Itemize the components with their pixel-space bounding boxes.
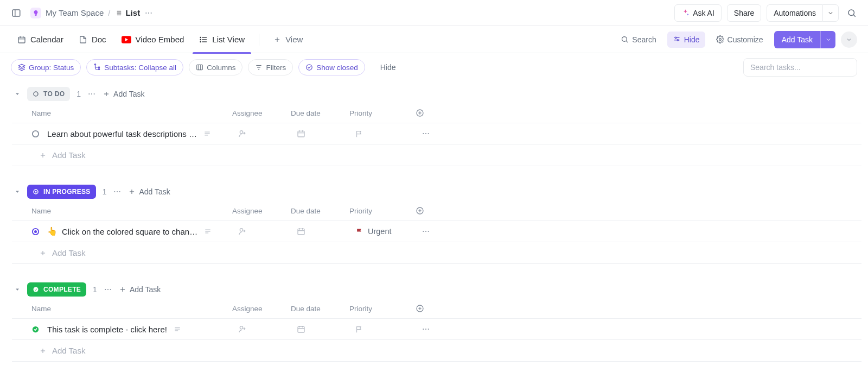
- tab-doc[interactable]: Doc: [72, 26, 113, 53]
- global-search-icon[interactable]: [844, 5, 859, 21]
- svg-point-67: [425, 133, 426, 134]
- task-status-icon[interactable]: [31, 228, 40, 236]
- caret-icon[interactable]: [14, 91, 21, 97]
- task-name[interactable]: Learn about powerful task descriptions …: [47, 129, 238, 138]
- breadcrumb-current[interactable]: List: [114, 8, 140, 17]
- add-task-button[interactable]: Add Task: [774, 31, 820, 48]
- col-assignee[interactable]: Assignee: [232, 109, 291, 117]
- task-status-icon[interactable]: [31, 130, 40, 138]
- customize-chip-label: Customize: [727, 35, 763, 44]
- breadcrumb-space[interactable]: My Team Space: [46, 8, 104, 17]
- caret-icon[interactable]: [14, 188, 21, 195]
- status-pill-inprogress[interactable]: IN PROGRESS: [27, 185, 96, 199]
- svg-point-102: [107, 289, 108, 290]
- show-closed-pill[interactable]: Show closed: [298, 59, 365, 75]
- share-button[interactable]: Share: [727, 4, 761, 22]
- task-row[interactable]: 👆 Click on the colored square to chan… U…: [12, 220, 861, 242]
- svg-rect-90: [298, 229, 304, 235]
- assignee-cell[interactable]: [238, 129, 297, 138]
- row-more-icon[interactable]: [422, 129, 443, 138]
- list-icon: [114, 9, 122, 17]
- add-task-row[interactable]: Add Task: [12, 340, 861, 362]
- task-name[interactable]: 👆 Click on the colored square to chan…: [47, 226, 238, 236]
- col-priority[interactable]: Priority: [349, 109, 416, 117]
- automations-caret-button[interactable]: [822, 4, 839, 22]
- col-priority[interactable]: Priority: [349, 305, 416, 313]
- breadcrumb-more-icon[interactable]: [144, 9, 153, 17]
- tab-calendar[interactable]: Calendar: [11, 26, 70, 53]
- due-date-cell[interactable]: [297, 129, 355, 138]
- more-circle-button[interactable]: [841, 32, 857, 48]
- col-due[interactable]: Due date: [291, 305, 349, 313]
- add-view-button[interactable]: View: [267, 26, 309, 53]
- group-inprogress: IN PROGRESS 1 Add Task Name Assignee Due…: [12, 181, 861, 264]
- add-column-button[interactable]: [416, 304, 437, 313]
- due-date-cell[interactable]: [297, 227, 355, 236]
- col-due[interactable]: Due date: [291, 207, 349, 215]
- add-task-inline[interactable]: Add Task: [119, 285, 161, 294]
- svg-point-73: [35, 191, 37, 193]
- add-task-inline[interactable]: Add Task: [128, 187, 170, 196]
- due-date-cell[interactable]: [297, 325, 355, 333]
- task-row[interactable]: This task is complete - click here!: [12, 318, 861, 340]
- priority-cell[interactable]: [355, 325, 422, 333]
- add-task-inline[interactable]: Add Task: [103, 90, 144, 98]
- group-more-icon[interactable]: [113, 187, 122, 196]
- hide-chip[interactable]: Hide: [667, 32, 705, 48]
- description-icon[interactable]: [174, 325, 181, 333]
- add-task-row[interactable]: Add Task: [12, 144, 861, 166]
- tab-video-label: Video Embed: [136, 35, 184, 44]
- col-assignee[interactable]: Assignee: [232, 305, 291, 313]
- assignee-add-icon: [238, 325, 247, 333]
- group-more-icon[interactable]: [87, 90, 96, 98]
- add-task-caret-button[interactable]: [820, 31, 835, 48]
- col-assignee[interactable]: Assignee: [232, 207, 291, 215]
- col-priority[interactable]: Priority: [349, 207, 416, 215]
- task-row[interactable]: Learn about powerful task descriptions …: [12, 123, 861, 144]
- svg-point-44: [307, 65, 312, 71]
- description-icon[interactable]: [203, 130, 211, 137]
- group-pill[interactable]: Group: Status: [11, 59, 81, 75]
- task-status-icon[interactable]: [31, 325, 40, 333]
- priority-cell[interactable]: [355, 130, 422, 138]
- caret-icon[interactable]: [14, 286, 21, 293]
- description-icon[interactable]: [204, 228, 212, 235]
- add-task-row-label: Add Task: [52, 150, 85, 160]
- subtasks-pill[interactable]: Subtasks: Collapse all: [86, 59, 183, 75]
- svg-point-36: [99, 67, 100, 68]
- breadcrumb: My Team Space / List: [30, 8, 153, 18]
- add-task-inline-label: Add Task: [130, 285, 161, 294]
- columns-pill[interactable]: Columns: [189, 59, 242, 75]
- svg-point-37: [99, 68, 100, 70]
- priority-cell[interactable]: Urgent: [355, 227, 422, 236]
- sidebar-toggle-icon[interactable]: [9, 5, 24, 21]
- search-chip[interactable]: Search: [615, 32, 661, 48]
- add-column-button[interactable]: [416, 206, 437, 215]
- add-task-row[interactable]: Add Task: [12, 242, 861, 264]
- svg-marker-45: [16, 93, 19, 96]
- customize-chip[interactable]: Customize: [711, 32, 769, 48]
- filters-pill[interactable]: Filters: [248, 59, 293, 75]
- col-name[interactable]: Name: [31, 109, 232, 117]
- hide-link[interactable]: Hide: [376, 63, 400, 72]
- tab-list-view[interactable]: List View: [193, 26, 251, 53]
- add-column-button[interactable]: [416, 109, 437, 117]
- row-more-icon[interactable]: [422, 325, 443, 333]
- tab-video-embed[interactable]: Video Embed: [115, 26, 191, 53]
- col-due[interactable]: Due date: [291, 109, 349, 117]
- assignee-cell[interactable]: [238, 227, 297, 236]
- assignee-cell[interactable]: [238, 325, 297, 333]
- search-tasks-input[interactable]: [743, 58, 857, 77]
- automations-button[interactable]: Automations: [767, 4, 822, 22]
- task-name[interactable]: This task is complete - click here!: [47, 325, 238, 334]
- row-more-icon[interactable]: [422, 227, 443, 236]
- col-name[interactable]: Name: [31, 305, 232, 313]
- svg-point-59: [240, 131, 242, 134]
- status-pill-complete[interactable]: COMPLETE: [27, 282, 86, 297]
- status-pill-todo[interactable]: TO DO: [27, 87, 70, 101]
- columns-icon: [196, 64, 203, 71]
- group-more-icon[interactable]: [104, 285, 112, 294]
- space-badge-icon: [30, 8, 41, 18]
- col-name[interactable]: Name: [31, 207, 232, 215]
- ask-ai-button[interactable]: Ask AI: [674, 4, 722, 22]
